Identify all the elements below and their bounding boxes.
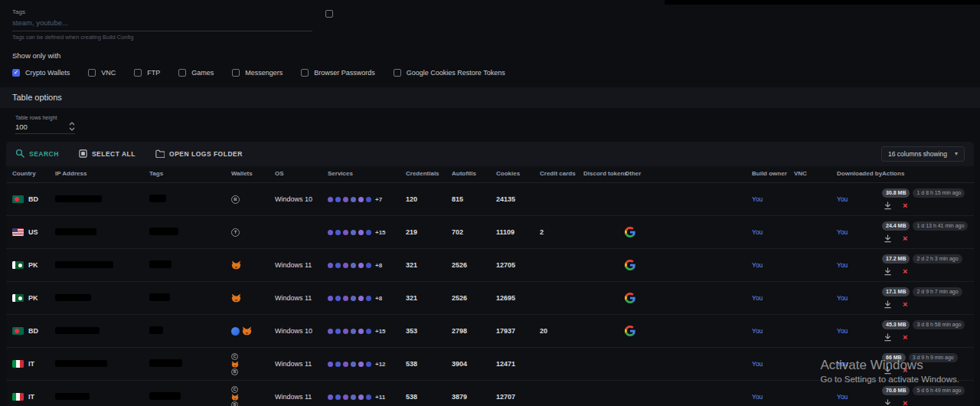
build-owner-link[interactable]: You (752, 360, 794, 368)
stepper-down-icon[interactable] (69, 127, 75, 131)
open-logs-folder-button[interactable]: OPEN LOGS FOLDER (155, 149, 243, 159)
build-owner-link[interactable]: You (752, 327, 794, 335)
filter-checkbox-item[interactable]: FTP (134, 69, 160, 77)
column-header-credentials[interactable]: Credentials (406, 170, 452, 177)
columns-dropdown[interactable]: 16 columns showing ▾ (881, 146, 965, 162)
delete-icon[interactable]: × (903, 333, 907, 342)
rows-height-stepper[interactable]: Table rows height 100 (15, 115, 75, 134)
download-icon[interactable] (884, 234, 892, 243)
service-icon (358, 197, 364, 202)
downloaded-by-link[interactable]: You (837, 360, 882, 368)
build-owner-link[interactable]: You (752, 195, 794, 203)
cookies-cell: 24135 (496, 195, 540, 203)
checkbox-label: VNC (101, 69, 116, 77)
checkbox-icon[interactable] (134, 69, 142, 77)
downloaded-by-link[interactable]: You (837, 393, 882, 401)
build-owner-link[interactable]: You (752, 261, 794, 269)
checkbox-icon[interactable] (88, 69, 96, 77)
table-options-title: Table options (0, 87, 980, 108)
download-icon[interactable] (884, 201, 892, 210)
build-owner-link[interactable]: You (752, 294, 794, 302)
filter-checkbox-item[interactable]: VNC (88, 69, 116, 77)
column-header-other[interactable]: Other (625, 170, 752, 177)
services-overflow-count: +7 (375, 196, 382, 203)
log-age-badge: 2 d 2 h 3 min ago (913, 254, 962, 264)
cookies-cell: 12707 (496, 393, 540, 401)
log-size-badge: 17.1 MB (882, 287, 910, 297)
chevron-down-icon: ▾ (955, 151, 958, 157)
filter-checkbox-item[interactable]: Browser Passwords (301, 69, 375, 77)
column-header-autofills[interactable]: Autofills (452, 170, 496, 177)
wallets-cell (231, 260, 275, 270)
tags-field: Tags Tags can be defined when creating B… (12, 8, 312, 41)
table-row[interactable]: US T +15 219 702 11109 2 You You 24.4 MB… (6, 216, 974, 249)
log-size-badge: 24.4 MB (882, 221, 910, 231)
checkbox-icon[interactable] (232, 69, 240, 77)
filter-checkbox-item[interactable]: Games (178, 69, 214, 77)
wallet-icon-blue (231, 327, 240, 336)
filter-checkbox-item[interactable]: Messengers (232, 69, 283, 77)
downloaded-by-link[interactable]: You (837, 327, 882, 335)
redacted-tag (149, 392, 181, 400)
column-header-credit-cards[interactable]: Credit cards (540, 170, 583, 177)
column-header-actions[interactable]: Actions (882, 170, 974, 177)
table-row[interactable]: BD B Windows 10 +7 120 815 24135 You You… (6, 183, 974, 216)
download-icon[interactable] (884, 333, 892, 342)
download-icon[interactable] (884, 267, 892, 276)
downloaded-by-link[interactable]: You (837, 294, 882, 302)
service-icon (335, 296, 341, 301)
delete-icon[interactable]: × (903, 267, 907, 276)
downloaded-by-link[interactable]: You (837, 195, 882, 203)
column-header-build-owner[interactable]: Build owner (752, 170, 794, 177)
download-icon[interactable] (884, 300, 892, 309)
downloaded-by-link[interactable]: You (837, 261, 882, 269)
redacted-ip (55, 195, 102, 202)
table-row[interactable]: PK Windows 11 +8 321 2526 12705 You You … (6, 249, 974, 282)
wallets-cell (231, 293, 275, 303)
column-header-ip-address[interactable]: IP Address (55, 170, 149, 177)
table-row[interactable]: IT CB Windows 11 +11 538 3879 12707 You … (6, 381, 974, 406)
delete-icon[interactable]: × (903, 366, 907, 375)
checkbox-icon[interactable] (301, 69, 309, 77)
delete-icon[interactable]: × (903, 201, 907, 210)
select-all-button[interactable]: SELECT ALL (79, 149, 136, 159)
checkbox-icon[interactable] (394, 69, 401, 77)
table-row[interactable]: BD Windows 10 +15 353 2798 17937 20 You … (6, 315, 974, 348)
column-header-os[interactable]: OS (275, 170, 328, 177)
credentials-cell: 538 (406, 393, 452, 401)
table-row[interactable]: IT CB Windows 11 +12 538 3904 12471 You … (6, 348, 974, 381)
column-header-downloaded-by[interactable]: Downloaded by (837, 170, 882, 177)
services-overflow-count: +8 (375, 295, 382, 302)
build-owner-link[interactable]: You (752, 393, 794, 401)
downloaded-by-link[interactable]: You (837, 228, 882, 236)
tags-label: Tags (12, 8, 312, 15)
filter-checkbox-item[interactable]: ✓ Crypto Wallets (12, 69, 70, 77)
delete-icon[interactable]: × (903, 234, 907, 243)
download-icon[interactable] (884, 366, 892, 375)
column-header-cookies[interactable]: Cookies (496, 170, 540, 177)
top-checkbox[interactable] (325, 10, 333, 18)
stepper-up-icon[interactable] (69, 122, 75, 126)
delete-icon[interactable]: × (903, 399, 907, 406)
ip-address-cell (55, 261, 149, 270)
checkbox-icon[interactable]: ✓ (12, 69, 20, 77)
wallet-letter-icon: B (231, 368, 238, 375)
metamask-wallet-icon (231, 394, 239, 401)
country-cell: US (12, 228, 55, 236)
column-header-tags[interactable]: Tags (149, 170, 231, 177)
download-icon[interactable] (884, 399, 892, 406)
column-header-services[interactable]: Services (328, 170, 406, 177)
build-owner-link[interactable]: You (752, 228, 794, 236)
country-cell: BD (12, 327, 55, 335)
delete-icon[interactable]: × (903, 300, 907, 309)
table-row[interactable]: PK Windows 11 +8 321 2526 12695 You You … (6, 282, 974, 315)
filter-checkbox-item[interactable]: Google Cookies Restore Tokens (394, 69, 505, 77)
checkbox-icon[interactable] (178, 69, 186, 77)
column-header-country[interactable]: Country (12, 170, 55, 177)
search-button[interactable]: SEARCH (15, 149, 59, 159)
column-header-vnc[interactable]: VNC (794, 170, 837, 177)
filters-section: Tags Tags can be defined when creating B… (0, 0, 980, 87)
column-header-wallets[interactable]: Wallets (231, 170, 275, 177)
column-header-discord-tokens[interactable]: Discord tokens (583, 170, 625, 177)
tags-input[interactable] (12, 15, 312, 31)
